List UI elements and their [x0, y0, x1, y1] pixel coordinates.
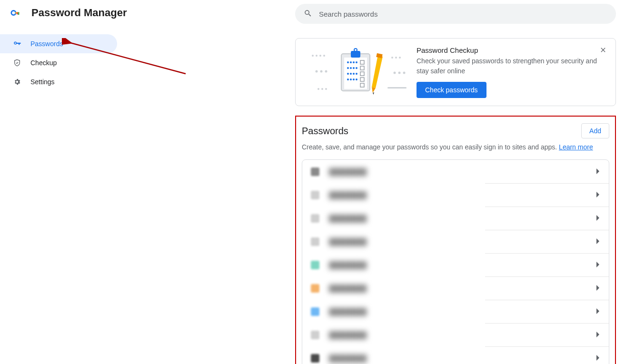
- svg-point-19: [394, 71, 396, 74]
- svg-point-28: [347, 61, 349, 63]
- sidebar: Passwords Checkup Settings: [0, 26, 124, 91]
- svg-point-35: [356, 67, 357, 69]
- chevron-right-icon: [596, 261, 600, 269]
- svg-point-7: [316, 55, 318, 57]
- site-favicon-icon: [311, 214, 319, 223]
- main-content: Password Checkup Check your saved passwo…: [295, 4, 616, 364]
- svg-point-43: [356, 79, 357, 80]
- svg-point-12: [325, 70, 327, 72]
- password-item-label: ████████: [329, 191, 596, 199]
- site-favicon-icon: [311, 237, 319, 246]
- site-favicon-icon: [311, 284, 319, 293]
- passwords-list: ████████████████████████████████████████…: [302, 159, 609, 364]
- passwords-section-title: Passwords: [302, 126, 348, 137]
- site-favicon-icon: [311, 354, 319, 363]
- svg-point-31: [356, 61, 357, 63]
- svg-point-21: [403, 71, 406, 74]
- svg-point-10: [316, 70, 318, 72]
- checkup-illustration-icon: [304, 46, 414, 96]
- svg-rect-2: [18, 12, 20, 15]
- password-list-item[interactable]: ████████: [302, 300, 609, 323]
- svg-point-37: [350, 73, 352, 75]
- svg-point-18: [399, 57, 401, 59]
- password-list-item[interactable]: ████████: [302, 207, 609, 230]
- svg-point-27: [355, 49, 357, 51]
- search-input[interactable]: [319, 10, 607, 18]
- password-item-label: ████████: [329, 331, 596, 339]
- svg-point-42: [353, 79, 355, 80]
- password-item-label: ████████: [329, 238, 596, 246]
- chevron-right-icon: [596, 308, 600, 315]
- svg-rect-52: [376, 53, 382, 58]
- sidebar-item-label: Checkup: [30, 59, 57, 67]
- svg-point-34: [353, 67, 355, 69]
- password-list-item[interactable]: ████████: [302, 160, 609, 183]
- svg-point-41: [350, 79, 352, 80]
- sidebar-item-passwords[interactable]: Passwords: [0, 34, 117, 53]
- password-item-label: ████████: [329, 168, 596, 176]
- checkup-card-description: Check your saved passwords to strengthen…: [417, 56, 607, 76]
- svg-point-15: [325, 88, 327, 90]
- sidebar-item-settings[interactable]: Settings: [0, 72, 117, 91]
- passwords-subtitle-text: Create, save, and manage your passwords …: [302, 143, 559, 151]
- svg-point-13: [318, 88, 319, 90]
- svg-rect-25: [351, 51, 360, 58]
- shield-check-icon: [12, 59, 22, 67]
- svg-point-9: [323, 55, 325, 57]
- svg-point-6: [312, 55, 314, 57]
- sidebar-item-label: Settings: [30, 78, 55, 86]
- svg-point-30: [353, 61, 355, 63]
- password-item-label: ████████: [329, 354, 596, 362]
- svg-point-29: [350, 61, 352, 63]
- svg-marker-51: [373, 92, 374, 95]
- chevron-right-icon: [596, 354, 600, 362]
- chevron-right-icon: [596, 285, 600, 292]
- chevron-right-icon: [596, 191, 600, 199]
- password-list-item[interactable]: ████████: [302, 230, 609, 253]
- svg-point-14: [321, 88, 323, 90]
- learn-more-link[interactable]: Learn more: [559, 143, 593, 151]
- svg-point-39: [356, 73, 357, 75]
- svg-point-33: [350, 67, 352, 69]
- chevron-right-icon: [596, 215, 600, 222]
- add-password-button[interactable]: Add: [581, 123, 609, 138]
- svg-rect-22: [387, 87, 407, 89]
- key-icon: [12, 39, 22, 48]
- svg-point-20: [398, 71, 401, 74]
- chevron-right-icon: [596, 238, 600, 246]
- svg-marker-49: [372, 55, 383, 88]
- passwords-section-highlight: Passwords Add Create, save, and manage y…: [295, 116, 616, 364]
- password-list-item[interactable]: ████████: [302, 253, 609, 276]
- search-icon: [304, 9, 312, 19]
- svg-point-11: [320, 70, 323, 72]
- site-favicon-icon: [311, 331, 319, 339]
- svg-point-8: [319, 55, 321, 57]
- close-icon[interactable]: [596, 43, 610, 57]
- svg-point-40: [347, 79, 349, 80]
- password-list-item[interactable]: ████████: [302, 183, 609, 207]
- svg-point-17: [395, 57, 397, 59]
- passwords-section-subtitle: Create, save, and manage your passwords …: [302, 143, 609, 151]
- sidebar-item-checkup[interactable]: Checkup: [0, 53, 117, 72]
- svg-point-36: [347, 73, 349, 75]
- search-bar[interactable]: [295, 4, 616, 24]
- checkup-card-title: Password Checkup: [417, 46, 607, 54]
- password-manager-logo-icon: [10, 8, 21, 18]
- password-list-item[interactable]: ████████: [302, 346, 609, 364]
- password-list-item[interactable]: ████████: [302, 323, 609, 346]
- password-list-item[interactable]: ████████: [302, 276, 609, 300]
- svg-point-32: [347, 67, 349, 69]
- svg-point-16: [391, 57, 393, 59]
- svg-point-38: [353, 73, 355, 75]
- password-item-label: ████████: [329, 261, 596, 269]
- password-item-label: ████████: [329, 215, 596, 222]
- svg-rect-3: [17, 12, 18, 15]
- svg-point-0: [11, 10, 16, 15]
- chevron-right-icon: [596, 331, 600, 339]
- sidebar-item-label: Passwords: [30, 40, 63, 48]
- gear-icon: [12, 78, 22, 86]
- svg-marker-50: [372, 87, 376, 93]
- check-passwords-button[interactable]: Check passwords: [417, 82, 486, 98]
- site-favicon-icon: [311, 261, 319, 269]
- site-favicon-icon: [311, 191, 319, 199]
